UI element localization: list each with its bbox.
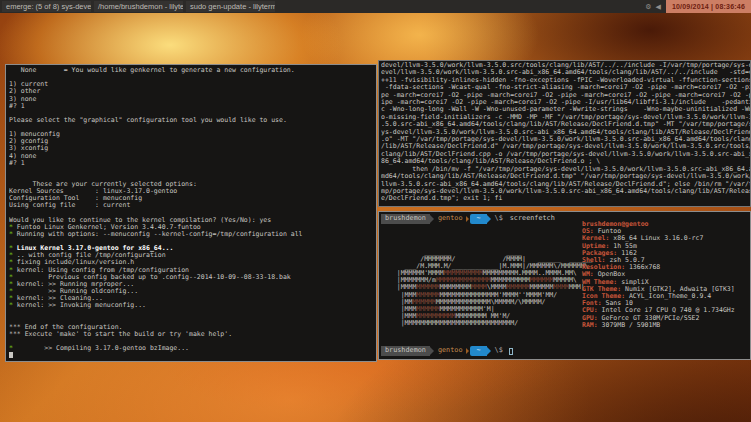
shell-prompt-bottom[interactable]: brushdemon gentoo ~ \$ [381, 346, 748, 356]
prompt-hostname: gentoo [434, 214, 467, 223]
prompt-symbol: \$ [495, 215, 503, 222]
terminal-line: clang/lib/AST/DeclFriend.cpp -o /var/tmp… [381, 151, 750, 158]
prompt-path: ~ [470, 214, 486, 223]
taskbar-window-gen-update[interactable]: sudo gen-update - lilyterm [186, 1, 275, 12]
terminal-line: o-missing-field-initializers -c -MMD -MP… [381, 114, 750, 121]
terminal-line: Kernel Sources : linux-3.17.0-gentoo [9, 188, 376, 195]
screenfetch-ascii-logo: _______ ____ /MMMMMMM/ /MMMM| ______ ___… [385, 249, 592, 327]
terminal-line [9, 352, 376, 360]
taskbar-clock[interactable]: 10/09/2014 | 08:36:46 [666, 0, 751, 13]
terminal-line [9, 210, 376, 217]
terminal-line [9, 74, 376, 81]
terminal-line: ipe -march=corei7 -O2 -pipe -march=corei… [381, 99, 750, 106]
powerline-arrow-icon [487, 215, 491, 223]
system-tray: ⚙ ◀ [645, 0, 661, 13]
taskbar: emerge: (5 of 8) sys-devel/llv... /home/… [0, 0, 751, 13]
terminal-line: mp/portage/sys-devel/llvm-3.5.0/work/llv… [381, 188, 750, 195]
left-terminal-window[interactable]: None = You would like genkernel to gener… [5, 64, 377, 362]
terminal-line: * kernel: >> Cleaning... [9, 295, 376, 302]
terminal-line [9, 238, 376, 245]
terminal-line: * >> Running oldconfig... [9, 288, 376, 295]
prompt-hostname: gentoo [434, 346, 467, 355]
taskbar-window-emerge[interactable]: emerge: (5 of 8) sys-devel/llv... [2, 1, 91, 12]
terminal-line [9, 309, 376, 316]
prompt-command: screenfetch [510, 215, 555, 222]
top-right-terminal-window[interactable]: devel/llvm-3.5.0/work/llvm-3.5.0.src/too… [378, 60, 751, 207]
terminal-line: Please select the "graphical" configurat… [9, 117, 376, 124]
terminal-line: * .. with config file /tmp/configuration [9, 252, 376, 259]
terminal-line: * kernel: >> Running mrproper... [9, 281, 376, 288]
powerline-arrow-icon [466, 216, 469, 222]
terminal-line: * kernel: >> Invoking menuconfig... [9, 302, 376, 309]
taskbar-window-home-lilyterm[interactable]: /home/brushdemon - lilyterm [94, 1, 183, 12]
volume-icon[interactable]: ◀ [656, 3, 661, 11]
terminal-line: 86_64.amd64/tools/clang/lib/AST/Release/… [381, 158, 750, 165]
powerline-arrow-icon [487, 347, 491, 355]
terminal-line: 2) other [9, 88, 376, 95]
terminal-line: ++11 -fvisibility-inlines-hidden -fno-ex… [381, 77, 750, 84]
terminal-line: c -Wno-long-long -Wall -W -Wno-unused-pa… [381, 106, 750, 113]
terminal-line: Would you like to continue to the kernel… [9, 217, 376, 224]
terminal-line: *** Execute 'make' to start the build or… [9, 331, 376, 338]
terminal-line: RAM: 3079MB / 5901MB [582, 322, 735, 329]
terminal-line: * >> Compiling 3.17.0-gentoo bzImage... [9, 345, 376, 352]
terminal-line: *** End of the configuration. [9, 324, 376, 331]
terminal-cursor [9, 352, 13, 358]
terminal-line: 4) none [9, 153, 376, 160]
terminal-line: 1) menuconfig [9, 131, 376, 138]
terminal-line: 1) current [9, 81, 376, 88]
terminal-line: These are your currently selected option… [9, 181, 376, 188]
screenfetch-system-info: brushdemon@gentooOS: FuntooKernel: x86_6… [582, 221, 735, 329]
terminal-line: * kernel: Using config from /tmp/configu… [9, 267, 376, 274]
terminal-line: llvm-3.5.0.src-abi_x86_64.amd64/tools/cl… [381, 181, 750, 188]
bottom-right-terminal-window[interactable]: brushdemon gentoo ~ \$ screenfetch _____… [378, 211, 751, 360]
terminal-line: pe -march=corei7 -O2 -pipe -march=corei7… [381, 92, 750, 99]
updates-icon[interactable]: ⚙ [645, 3, 651, 11]
terminal-cursor [509, 348, 513, 355]
terminal-line: -fdata-sections -Wcast-qual -fno-strict-… [381, 84, 750, 91]
terminal-line: |MMMMMMMMMMMMMMMMMMMMMMMMMMMM/ [385, 320, 592, 327]
prompt-path: ~ [470, 346, 486, 355]
prompt-symbol: \$ [495, 347, 503, 354]
prompt-username: brushdemon [381, 214, 430, 223]
terminal-line: e/DeclFriend.d.tmp"; exit 1; fi [381, 195, 750, 202]
terminal-line: 3) none [9, 96, 376, 103]
terminal-line [9, 124, 376, 131]
left-terminal-output: None = You would like genkernel to gener… [9, 67, 376, 360]
terminal-line: evel/llvm-3.5.0/work/llvm-3.5.0.src-abi_… [381, 69, 750, 76]
terminal-line [9, 110, 376, 117]
top-right-terminal-output: devel/llvm-3.5.0/work/llvm-3.5.0.src/too… [381, 62, 750, 203]
terminal-line [9, 316, 376, 323]
terminal-line [9, 167, 376, 174]
terminal-line: None = You would like genkernel to gener… [9, 67, 376, 74]
terminal-line: md64/tools/clang/lib/AST/Release/DeclFri… [381, 173, 750, 180]
terminal-line: 3) xconfig [9, 145, 376, 152]
powerline-arrow-icon [466, 348, 469, 354]
terminal-line: Using config file : current [9, 202, 376, 209]
terminal-line: * Previous config backed up to .config--… [9, 274, 376, 281]
desktop-wallpaper: emerge: (5 of 8) sys-devel/llv... /home/… [0, 0, 751, 422]
terminal-line: /lib/AST/Release/DeclFriend.d" /var/tmp/… [381, 143, 750, 150]
terminal-line: #? 1 [9, 103, 376, 110]
terminal-line: Configuration Tool : menuconfig [9, 195, 376, 202]
terminal-line [9, 174, 376, 181]
terminal-line: then /bin/mv -f "/var/tmp/portage/sys-de… [381, 166, 750, 173]
terminal-line: #? 1 [9, 160, 376, 167]
terminal-line: devel/llvm-3.5.0/work/llvm-3.5.0.src/too… [381, 62, 750, 69]
taskbar-spacer [276, 0, 640, 13]
terminal-line: * Linux Kernel 3.17.0-gentoo for x86_64.… [9, 245, 376, 252]
terminal-line: .5.0.src-abi_x86_64.amd64/tools/clang/li… [381, 121, 750, 128]
terminal-line: .o" -MT "/var/tmp/portage/sys-devel/llvm… [381, 136, 750, 143]
prompt-username: brushdemon [381, 346, 430, 355]
terminal-line: * fixing include/linux/version.h [9, 259, 376, 266]
terminal-line: 2) gconfig [9, 138, 376, 145]
terminal-line: ys-devel/llvm-3.5.0/work/llvm-3.5.0.src-… [381, 129, 750, 136]
terminal-line: * Funtoo Linux Genkernel; Version 3.4.40… [9, 224, 376, 231]
terminal-line [9, 338, 376, 345]
terminal-line: * Running with options: --menuconfig --k… [9, 231, 376, 238]
